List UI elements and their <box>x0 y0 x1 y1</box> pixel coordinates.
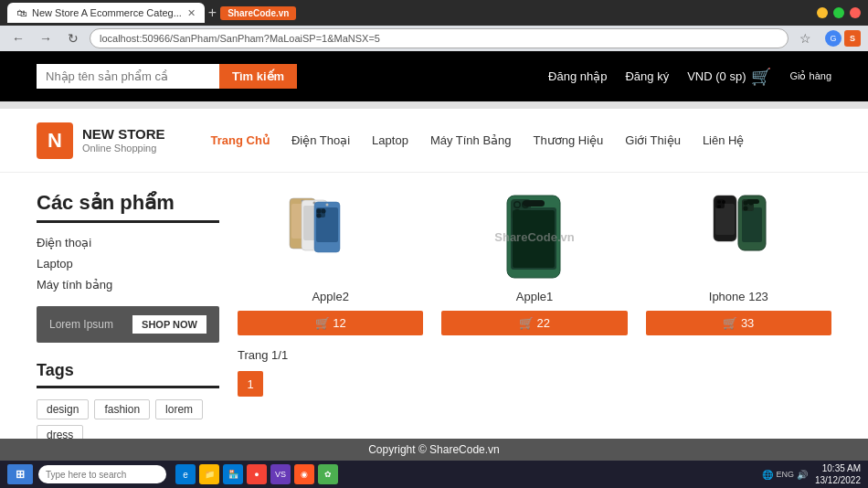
taskbar-sys-icons: 🌐 ENG 🔊 <box>762 470 808 480</box>
svg-rect-36 <box>746 199 759 204</box>
maximize-button[interactable] <box>833 7 844 18</box>
nav-gioithieu[interactable]: Giới Thiệu <box>625 133 681 147</box>
taskbar-app-icons: e 📁 🏪 ● VS ◉ ✿ <box>175 464 338 484</box>
add-to-cart-apple1[interactable]: 🛒 22 <box>441 311 627 335</box>
taskbar-right: 🌐 ENG 🔊 10:35 AM 13/12/2022 <box>762 462 861 486</box>
taskbar-vs-icon[interactable]: VS <box>270 464 291 484</box>
browser-tab[interactable]: 🛍 New Store A Ecommerce Categ... ✕ <box>7 3 205 23</box>
taskbar-extra2-icon[interactable]: ✿ <box>318 464 338 484</box>
cart-count-iphone123: 🛒 33 <box>723 316 754 330</box>
close-button[interactable] <box>850 7 861 18</box>
brand-sub: Online Shopping <box>82 143 165 154</box>
sidebar: Các sản phẩm Điện thoại Laptop Máy tính … <box>37 191 219 446</box>
extra2-icon: ✿ <box>324 470 332 479</box>
bookmark-button[interactable]: ☆ <box>794 27 816 49</box>
top-header: Tìm kiếm Đăng nhập Đăng ký VND (0 sp) 🛒 … <box>0 51 868 101</box>
shop-now-button[interactable]: SHOP NOW <box>132 315 206 334</box>
search-button[interactable]: Tìm kiếm <box>219 64 297 89</box>
back-button[interactable]: ← <box>7 27 29 49</box>
banner-text: Lorem Ipsum <box>49 318 113 331</box>
navbar: N NEW STORE Online Shopping Trang Chủ Đi… <box>0 109 868 173</box>
search-input[interactable] <box>37 64 219 89</box>
lang-label: ENG <box>776 470 794 479</box>
taskbar-edge-icon[interactable]: e <box>175 464 196 484</box>
chrome-icon: ● <box>254 470 259 479</box>
sidebar-category-laptop[interactable]: Laptop <box>37 257 219 271</box>
sidebar-banner: Lorem Ipsum SHOP NOW <box>37 306 219 343</box>
profile-icon[interactable]: G <box>825 30 842 47</box>
browser-extension-icons: G S <box>825 30 861 47</box>
svg-point-29 <box>717 205 721 208</box>
add-to-cart-iphone123[interactable]: 🛒 33 <box>646 311 831 335</box>
svg-point-27 <box>717 200 721 204</box>
nav-lienhenu[interactable]: Liên Hệ <box>703 133 745 147</box>
taskbar-store-icon[interactable]: 🏪 <box>223 464 243 484</box>
tab-favicon: 🛍 <box>16 7 26 18</box>
brand-letter: N <box>48 129 62 153</box>
tab-title: New Store A Ecommerce Categ... <box>32 7 182 18</box>
taskbar-chrome-icon[interactable]: ● <box>247 464 267 484</box>
sharecode-ext-icon[interactable]: S <box>844 30 861 47</box>
svg-point-10 <box>316 209 321 214</box>
product-name-apple1: Apple1 <box>516 290 553 303</box>
nav-maytinhbang[interactable]: Máy Tính Bảng <box>430 133 512 147</box>
forward-button[interactable]: → <box>35 27 57 49</box>
brand-text: NEW STORE Online Shopping <box>82 126 165 154</box>
pagination: 1 <box>238 371 831 397</box>
address-bar[interactable]: localhost:50966/SanPham/SanPham?MaLoaiSP… <box>90 28 789 48</box>
taskbar-extra-icon[interactable]: ◉ <box>294 464 314 484</box>
tag-fashion[interactable]: fashion <box>94 399 150 419</box>
tag-design[interactable]: design <box>37 399 89 419</box>
product-card-apple1: ShareCode.vn Apple1 🛒 22 <box>441 191 627 335</box>
address-text: localhost:50966/SanPham/SanPham?MaLoaiSP… <box>100 33 380 44</box>
date-display: 13/12/2022 <box>815 474 861 486</box>
svg-point-11 <box>321 209 325 214</box>
nav-dienthoai[interactable]: Điện Thoại <box>291 133 350 147</box>
window-controls <box>817 7 861 18</box>
new-tab-button[interactable]: + <box>208 5 217 21</box>
products-area: Apple2 🛒 12 <box>238 191 831 446</box>
tag-lorem[interactable]: lorem <box>155 399 203 419</box>
cart-area[interactable]: VND (0 sp) 🛒 <box>687 67 771 87</box>
search-area: Tìm kiếm <box>37 64 297 89</box>
page-1-button[interactable]: 1 <box>238 371 263 397</box>
cart-sub-label: Giỏ hàng <box>789 69 831 82</box>
browser-tabs: 🛍 New Store A Ecommerce Categ... ✕ + Sha… <box>7 3 296 23</box>
register-link[interactable]: Đăng ký <box>625 69 669 83</box>
reload-button[interactable]: ↻ <box>62 27 84 49</box>
svg-point-12 <box>316 214 321 218</box>
sidebar-category-dienthoai[interactable]: Điện thoại <box>37 236 219 249</box>
brand-icon: N <box>37 122 73 159</box>
login-link[interactable]: Đăng nhập <box>548 69 607 83</box>
svg-point-35 <box>744 207 748 211</box>
time-display: 10:35 AM <box>815 462 861 474</box>
product-image-iphone123 <box>646 191 831 282</box>
nav-trangchu[interactable]: Trang Chủ <box>211 133 270 147</box>
svg-point-8 <box>325 204 328 207</box>
start-icon: ⊞ <box>16 468 25 481</box>
svg-point-28 <box>722 200 725 204</box>
cart-label: Giỏ hàng <box>789 69 831 82</box>
network-icon: 🌐 <box>762 470 773 480</box>
product-name-iphone123: Iphone 123 <box>709 290 768 303</box>
product-svg-iphone123 <box>697 191 779 282</box>
tab-close-icon[interactable]: ✕ <box>187 7 196 19</box>
tags-section: Tags design fashion lorem dress <box>37 361 219 445</box>
vs-icon: VS <box>275 470 286 479</box>
taskbar-search-input[interactable] <box>38 465 166 483</box>
taskbar-file-icon[interactable]: 📁 <box>199 464 219 484</box>
product-grid: Apple2 🛒 12 <box>238 191 831 335</box>
nav-laptop[interactable]: Laptop <box>372 133 408 147</box>
sidebar-title: Các sản phẩm <box>37 191 219 223</box>
add-to-cart-apple2[interactable]: 🛒 12 <box>238 311 423 335</box>
cart-count-apple2: 🛒 12 <box>315 316 346 330</box>
copyright-text: Copyright © ShareCode.vn <box>368 443 500 456</box>
minimize-button[interactable] <box>817 7 828 18</box>
nav-thuonghieu[interactable]: Thương Hiệu <box>534 133 604 147</box>
cart-icon: 🛒 <box>751 67 771 87</box>
cart-count-apple1: 🛒 22 <box>519 316 550 330</box>
start-button[interactable]: ⊞ <box>7 464 33 484</box>
tags-title: Tags <box>37 361 219 388</box>
sidebar-category-maytinhbang[interactable]: Máy tính bảng <box>37 278 219 292</box>
product-svg-apple1 <box>498 191 571 282</box>
